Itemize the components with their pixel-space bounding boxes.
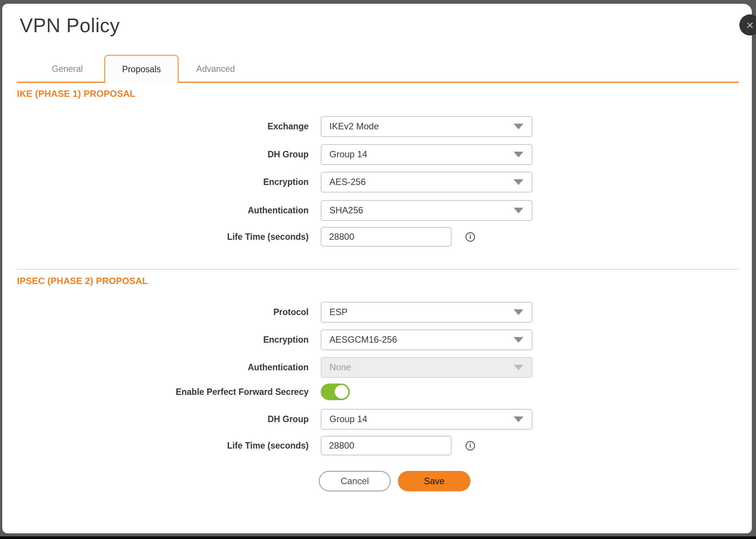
tab-label: General — [52, 64, 83, 74]
form-row-lifetime: Life Time (seconds) i — [2, 435, 607, 456]
cancel-button[interactable]: Cancel — [319, 471, 391, 491]
form-row-authentication: Authentication SHA256 — [2, 200, 607, 221]
info-icon[interactable]: i — [466, 441, 475, 450]
tab-advanced[interactable]: Advanced — [179, 55, 253, 83]
select-value: Group 14 — [329, 149, 367, 160]
field-label: Encryption — [2, 177, 309, 187]
chevron-down-icon — [514, 152, 523, 157]
close-icon: × — [746, 19, 754, 31]
select-value: ESP — [329, 307, 348, 317]
tab-general[interactable]: General — [30, 55, 104, 83]
phase1-dh-group-select[interactable]: Group 14 — [321, 144, 532, 165]
pfs-toggle[interactable] — [321, 384, 350, 400]
page-title: VPN Policy — [20, 14, 120, 37]
phase2-dh-group-select[interactable]: Group 14 — [321, 409, 532, 430]
section-divider — [17, 269, 739, 270]
form-row-encryption: Encryption AES-256 — [2, 171, 607, 193]
field-label: DH Group — [2, 149, 309, 160]
phase2-lifetime-input[interactable] — [321, 436, 452, 455]
field-label: Enable Perfect Forward Secrecy — [2, 387, 309, 397]
select-value: None — [329, 362, 351, 373]
select-value: SHA256 — [329, 205, 363, 216]
chevron-down-icon — [514, 208, 523, 213]
tab-proposals[interactable]: Proposals — [104, 55, 179, 83]
info-icon[interactable]: i — [466, 232, 475, 242]
save-button[interactable]: Save — [398, 471, 470, 491]
form-row-protocol: Protocol ESP — [2, 301, 607, 323]
phase1-authentication-select[interactable]: SHA256 — [321, 200, 532, 221]
info-glyph: i — [469, 233, 471, 240]
phase2-authentication-select: None — [321, 357, 532, 378]
form-row-authentication: Authentication None — [2, 357, 607, 378]
chevron-down-icon — [514, 416, 523, 422]
tab-bar: General Proposals Advanced — [30, 55, 253, 83]
select-value: IKEv2 Mode — [329, 121, 379, 132]
field-label: Encryption — [2, 335, 309, 345]
chevron-down-icon — [514, 309, 523, 315]
chevron-down-icon — [514, 179, 523, 185]
ike-phase1-heading: IKE (PHASE 1) PROPOSAL — [17, 89, 135, 99]
form-row-dh-group: DH Group Group 14 — [2, 409, 607, 430]
vpn-policy-dialog: VPN Policy General Proposals Advanced IK… — [2, 4, 752, 533]
field-label: Life Time (seconds) — [2, 441, 309, 451]
phase1-lifetime-input[interactable] — [321, 227, 452, 247]
info-glyph: i — [469, 442, 471, 449]
tab-label: Advanced — [196, 64, 235, 74]
exchange-select[interactable]: IKEv2 Mode — [321, 116, 532, 137]
protocol-select[interactable]: ESP — [321, 302, 532, 323]
field-label: Life Time (seconds) — [2, 232, 309, 242]
field-label: Exchange — [2, 121, 309, 132]
ipsec-phase2-heading: IPSEC (PHASE 2) PROPOSAL — [17, 276, 148, 286]
select-value: AESGCM16-256 — [329, 334, 397, 345]
form-row-dh-group: DH Group Group 14 — [2, 144, 607, 165]
tab-label: Proposals — [122, 64, 161, 75]
phase2-encryption-select[interactable]: AESGCM16-256 — [321, 329, 532, 350]
field-label: Protocol — [2, 307, 309, 317]
field-label: Authentication — [2, 205, 309, 216]
chevron-down-icon — [514, 365, 523, 370]
screen: × VPN Policy General Proposals Advanced … — [0, 0, 756, 539]
field-label: DH Group — [2, 414, 309, 424]
toggle-knob — [335, 385, 348, 399]
select-value: AES-256 — [329, 177, 366, 187]
form-row-exchange: Exchange IKEv2 Mode — [2, 116, 607, 137]
chevron-down-icon — [514, 124, 523, 129]
form-row-lifetime: Life Time (seconds) i — [2, 226, 607, 247]
form-row-pfs: Enable Perfect Forward Secrecy — [2, 382, 607, 402]
chevron-down-icon — [514, 337, 523, 343]
select-value: Group 14 — [329, 414, 367, 424]
form-row-encryption: Encryption AESGCM16-256 — [2, 329, 607, 350]
field-label: Authentication — [2, 362, 309, 373]
phase1-encryption-select[interactable]: AES-256 — [321, 172, 532, 193]
